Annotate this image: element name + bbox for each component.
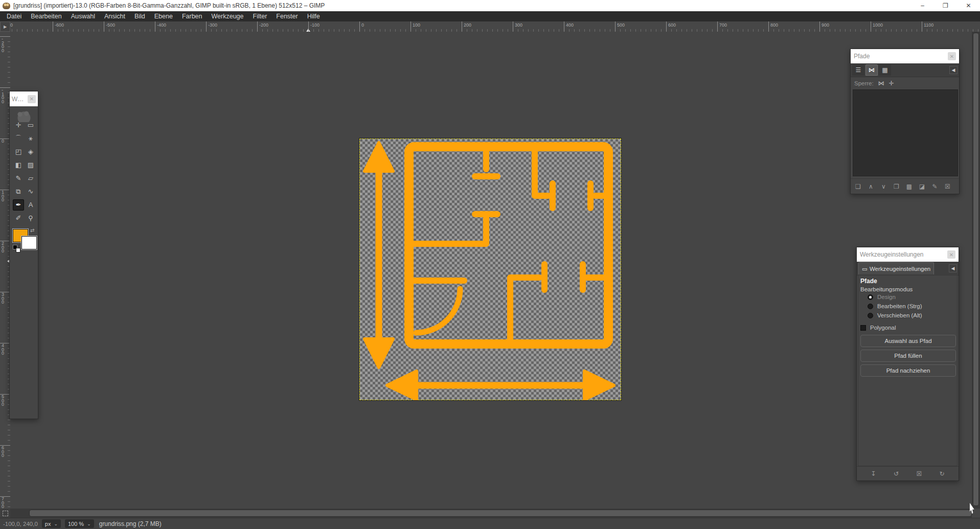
- tool-options-dialog: Werkzeugeinstellungen ✕ ▭ Werkzeugeinste…: [856, 247, 959, 481]
- duplicate-path-button[interactable]: ❐: [892, 181, 901, 191]
- path-action-button[interactable]: Pfad nachziehen: [860, 364, 956, 377]
- window-title: [grundriss] (importiert)-13.0 (RGB-Farbe…: [13, 2, 325, 9]
- ruler-label: 7 0 0: [0, 496, 10, 509]
- tab-menu-button[interactable]: ◀: [949, 264, 957, 272]
- menu-item[interactable]: Bearbeiten: [26, 12, 66, 21]
- image-layer[interactable]: [359, 139, 621, 400]
- restore-tool-preset-button[interactable]: ↺: [892, 469, 901, 478]
- tool-options-title: Werkzeugeinstellungen: [860, 251, 924, 258]
- new-path-button[interactable]: ❏: [853, 181, 863, 191]
- default-colors-icon[interactable]: [13, 245, 21, 253]
- swap-colors-icon[interactable]: ⇄: [30, 227, 34, 233]
- gimp-app-icon: [3, 3, 10, 9]
- tool-options-title-bar[interactable]: Werkzeugeinstellungen ✕: [857, 247, 959, 262]
- ruler-label: - 1 0 0: [0, 87, 10, 104]
- edit-mode-radio[interactable]: Design: [868, 292, 955, 302]
- transform-tool[interactable]: ◈: [25, 146, 36, 157]
- vertical-scrollbar-thumb[interactable]: [973, 33, 979, 506]
- zoom-tool[interactable]: ⚲: [25, 213, 36, 224]
- save-tool-preset-button[interactable]: ↧: [869, 469, 878, 478]
- color-picker-tool[interactable]: ✐: [13, 213, 24, 224]
- ruler-corner-menu-button[interactable]: ▶: [0, 21, 10, 32]
- delete-path-button[interactable]: ☒: [943, 181, 952, 191]
- title-bar: [grundriss] (importiert)-13.0 (RGB-Farbe…: [0, 0, 980, 11]
- zoom-select[interactable]: 100 % ⌄: [65, 519, 94, 528]
- channels-tab[interactable]: ▦: [879, 64, 891, 76]
- menu-item[interactable]: Bild: [130, 12, 150, 21]
- paintbrush-tool[interactable]: ✎: [13, 173, 24, 184]
- raise-path-button[interactable]: ∧: [866, 181, 876, 191]
- quick-mask-toggle-button[interactable]: [0, 509, 10, 518]
- canvas-area[interactable]: [10, 32, 972, 509]
- menu-item[interactable]: Filter: [248, 12, 272, 21]
- ruler-label: 0: [359, 21, 364, 32]
- close-button[interactable]: ✕: [957, 0, 980, 11]
- paths-tab-strip: ☰ ⋈ ▦ ◀: [851, 63, 959, 77]
- toolbox-title-bar[interactable]: W… ✕: [10, 91, 38, 106]
- polygonal-checkbox-row[interactable]: Polygonal: [860, 323, 955, 332]
- path-action-button[interactable]: Auswahl aus Pfad: [860, 335, 956, 347]
- horizontal-scrollbar-thumb[interactable]: [29, 510, 972, 517]
- move-tool[interactable]: ✛: [13, 120, 24, 131]
- ruler-label: 400: [564, 21, 574, 32]
- ruler-label: 5 0 0: [0, 394, 10, 407]
- selection-to-path-button[interactable]: ◪: [917, 181, 927, 191]
- paths-title-bar[interactable]: Pfade ✕: [851, 49, 959, 63]
- menu-item[interactable]: Werkzeuge: [207, 12, 248, 21]
- horizontal-ruler[interactable]: -700-600-500-400-300-200-100010020030040…: [10, 21, 980, 32]
- tab-tool-options[interactable]: ▭ Werkzeugeinstellungen: [858, 262, 934, 274]
- ruler-label: 700: [717, 21, 727, 32]
- background-color-swatch[interactable]: [21, 236, 37, 249]
- tab-menu-button[interactable]: ◀: [949, 66, 958, 74]
- stroke-path-button[interactable]: ✎: [930, 181, 940, 191]
- lower-path-button[interactable]: ∨: [879, 181, 888, 191]
- path-action-button[interactable]: Pfad füllen: [860, 350, 956, 362]
- crop-tool[interactable]: ◰: [13, 146, 24, 157]
- reset-tool-options-button[interactable]: ↻: [937, 469, 947, 478]
- menu-item[interactable]: Fenster: [271, 12, 302, 21]
- toolbox-window: W… ✕ ✛ ▭ ⌒ ⚹ ◰ ◈ ◧ ▨ ✎ ▱: [9, 91, 38, 419]
- edit-mode-radio[interactable]: Bearbeiten (Strg): [868, 302, 955, 311]
- menu-bar: DateiBearbeitenAuswahlAnsichtBildEbeneFa…: [0, 11, 980, 21]
- bucket-fill-tool[interactable]: ◧: [13, 159, 24, 171]
- menu-item[interactable]: Ansicht: [100, 12, 130, 21]
- menu-item[interactable]: Datei: [2, 12, 26, 21]
- menu-item[interactable]: Auswahl: [66, 12, 100, 21]
- clone-tool[interactable]: ⧉: [13, 186, 24, 197]
- path-lock-row: Sperre: ⋈ ✛: [851, 77, 959, 89]
- fuzzy-select-tool[interactable]: ⚹: [25, 133, 36, 144]
- radio-icon: [868, 313, 873, 318]
- layers-tab[interactable]: ☰: [852, 64, 864, 76]
- unit-select[interactable]: px ⌄: [42, 519, 61, 528]
- gradient-tool[interactable]: ▨: [25, 159, 36, 171]
- ruler-label: 0: [0, 139, 10, 144]
- paths-list[interactable]: [853, 89, 958, 176]
- free-select-tool[interactable]: ⌒: [13, 133, 24, 144]
- lock-path-strokes-icon[interactable]: ⋈: [878, 80, 884, 87]
- checkbox-icon: [860, 325, 866, 331]
- paths-tab[interactable]: ⋈: [865, 64, 878, 76]
- close-icon[interactable]: ✕: [28, 95, 36, 103]
- edit-mode-radio[interactable]: Verschieben (Alt): [868, 311, 955, 320]
- menu-item[interactable]: Farben: [177, 12, 207, 21]
- lock-position-icon[interactable]: ✛: [889, 80, 894, 87]
- smudge-tool[interactable]: ∿: [25, 186, 36, 197]
- rectangle-select-tool[interactable]: ▭: [25, 120, 36, 131]
- eraser-tool[interactable]: ▱: [25, 173, 36, 184]
- vertical-ruler[interactable]: - 2 0 0- 1 0 001 0 02 0 03 0 04 0 05 0 0…: [0, 32, 10, 509]
- menu-item[interactable]: Hilfe: [303, 12, 325, 21]
- vertical-scrollbar[interactable]: [972, 32, 980, 509]
- ruler-label: 600: [666, 21, 676, 32]
- path-to-selection-button[interactable]: ▩: [904, 181, 914, 191]
- close-icon[interactable]: ✕: [947, 250, 955, 259]
- minimize-button[interactable]: –: [911, 0, 934, 11]
- panel-icon: ▭: [862, 265, 868, 272]
- tool-grid: ✛ ▭ ⌒ ⚹ ◰ ◈ ◧ ▨ ✎ ▱ ⧉ ∿: [13, 120, 36, 224]
- horizontal-scrollbar[interactable]: [10, 509, 972, 518]
- text-tool[interactable]: A: [25, 199, 36, 211]
- paths-tool[interactable]: ✒: [13, 199, 24, 211]
- menu-item[interactable]: Ebene: [150, 12, 177, 21]
- delete-tool-preset-button[interactable]: ☒: [914, 469, 924, 478]
- close-icon[interactable]: ✕: [948, 52, 956, 60]
- restore-button[interactable]: ❐: [934, 0, 957, 11]
